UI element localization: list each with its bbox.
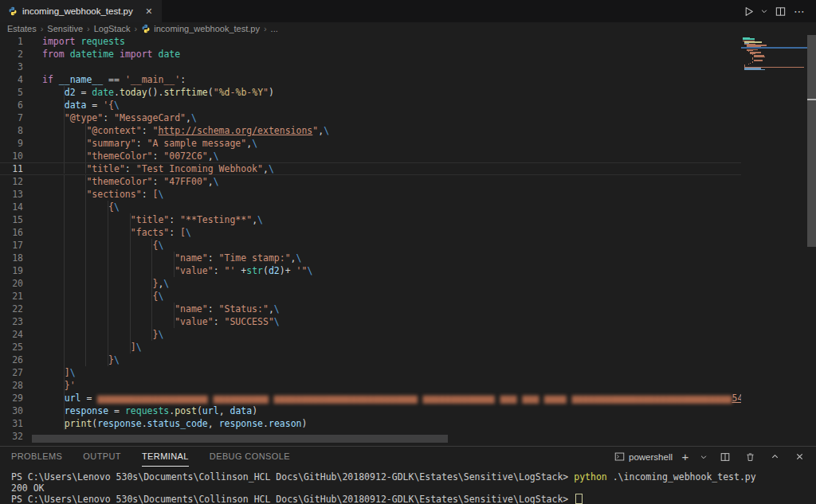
redacted-url: ▆▆▆▆▆▆▆▆▆▆▆▆▆▆▆▆▆▆▆▆ ▆▆▆▆▆▆▆▆▆▆ ▆▆▆▆▆▆▆▆… [97,393,732,404]
breadcrumb-item[interactable]: ... [271,24,278,33]
line-number[interactable]: 21 [0,290,23,303]
line-number[interactable]: 31 [0,417,23,430]
code-line[interactable]: 3 [0,61,741,73]
panel-tabs: PROBLEMSOUTPUTTERMINALDEBUG CONSOLE [11,447,311,467]
panel-tab-terminal[interactable]: TERMINAL [142,447,189,467]
code-line-text: "title": "**Testing**",\ [23,213,263,226]
code-editor[interactable]: 1import requests2from datetime import da… [0,35,741,446]
line-number[interactable]: 16 [0,226,23,239]
tab-incoming-webhook-test[interactable]: incoming_webhook_test.py ✕ [0,0,162,22]
more-actions-button[interactable]: ⋯ [790,2,808,20]
code-line[interactable]: 10 "themeColor": "0072C6",\ [0,150,741,162]
line-number[interactable]: 10 [0,150,23,162]
code-line[interactable]: 13 "sections": [\ [0,188,741,201]
code-line[interactable]: 2from datetime import date [0,48,741,61]
code-line[interactable]: 29 url = ▆▆▆▆▆▆▆▆▆▆▆▆▆▆▆▆▆▆▆▆ ▆▆▆▆▆▆▆▆▆▆… [0,392,741,404]
terminal-dropdown-chevron-icon[interactable] [698,448,709,466]
tab-close-icon[interactable]: ✕ [143,6,155,17]
code-line[interactable]: 9 "summary": "A sample message",\ [0,137,741,150]
breadcrumb-item[interactable]: Estates [7,24,37,33]
code-line[interactable]: 21 {\ [0,290,741,303]
code-line[interactable]: 23 "value": "SUCCESS"\ [0,315,741,328]
line-number[interactable]: 14 [0,201,23,213]
code-line[interactable]: 30 response = requests.post(url, data) [0,404,741,417]
code-line[interactable]: 24 }\ [0,328,741,341]
line-number[interactable]: 26 [0,354,23,366]
code-line[interactable]: 14 {\ [0,201,741,213]
code-line[interactable]: 27 ]\ [0,366,741,379]
line-number[interactable]: 22 [0,303,23,315]
code-line-text: {\ [23,290,163,303]
code-line[interactable]: 17 {\ [0,239,741,252]
code-line[interactable]: 25 ]\ [0,341,741,354]
code-line[interactable]: 19 "value": "' +str(d2)+ '"\ [0,264,741,277]
line-number[interactable]: 2 [0,48,23,61]
shell-selector[interactable]: powershell [614,451,673,462]
code-line[interactable]: 18 "name": "Time stamp:",\ [0,252,741,264]
line-number[interactable]: 30 [0,404,23,417]
line-number[interactable]: 15 [0,213,23,226]
panel-tab-problems[interactable]: PROBLEMS [11,447,62,467]
new-terminal-button[interactable]: + [680,448,691,466]
line-number[interactable]: 24 [0,328,23,341]
panel-tab-debug-console[interactable]: DEBUG CONSOLE [210,447,290,467]
line-number[interactable]: 3 [0,61,23,73]
line-number[interactable]: 32 [0,430,23,443]
code-line[interactable]: 31 print(response.status_code, response.… [0,417,741,430]
run-dropdown-chevron-icon[interactable] [759,2,770,20]
breadcrumb: Estates›Sensitive›LogStack› incoming_web… [0,22,816,35]
split-terminal-button[interactable] [716,448,734,466]
panel-tab-output[interactable]: OUTPUT [83,447,121,467]
minimap[interactable] [741,35,807,446]
code-line[interactable]: 1import requests [0,35,741,48]
line-number[interactable]: 28 [0,379,23,392]
line-number[interactable]: 6 [0,99,23,111]
code-line[interactable]: 26 }\ [0,354,741,366]
line-number[interactable]: 4 [0,73,23,86]
minimap-line [750,63,751,64]
vertical-scrollbar-thumb[interactable] [807,35,816,247]
line-number[interactable]: 5 [0,86,23,99]
run-button[interactable] [740,2,757,20]
line-number[interactable]: 23 [0,315,23,328]
split-editor-button[interactable] [771,2,789,20]
code-line[interactable]: 5 d2 = date.today().strftime("%d-%b-%Y") [0,86,741,99]
code-line[interactable]: 4if __name__ == '__main__': [0,73,741,86]
code-line[interactable]: 8 "@context": "http://schema.org/extensi… [0,124,741,137]
breadcrumb-item[interactable]: LogStack [94,24,131,33]
line-number[interactable]: 19 [0,264,23,277]
line-number[interactable]: 12 [0,175,23,188]
maximize-panel-button[interactable] [766,448,783,466]
horizontal-scrollbar[interactable] [32,435,448,443]
terminal-output[interactable]: PS C:\Users\Lenovo 530s\Documents\Collin… [11,471,816,504]
line-number[interactable]: 20 [0,277,23,290]
code-line[interactable]: 12 "themeColor": "47FF00",\ [0,175,741,188]
code-line[interactable]: 6 data = '{\ [0,99,741,111]
code-line[interactable]: 22 "name": "Status:",\ [0,303,741,315]
breadcrumb-item[interactable]: incoming_webhook_test.py [141,24,260,33]
kill-terminal-button[interactable] [741,448,759,466]
line-number[interactable]: 29 [0,392,23,404]
line-number[interactable]: 27 [0,366,23,379]
code-line[interactable]: 11 "title": "Test Incoming Webhook",\ [0,162,741,175]
minimap-line [752,61,753,62]
code-line[interactable]: 15 "title": "**Testing**",\ [0,213,741,226]
line-number[interactable]: 1 [0,35,23,48]
code-line[interactable]: 16 "facts": [\ [0,226,741,239]
line-number[interactable]: 7 [0,111,23,124]
code-line[interactable]: 7 "@type": "MessageCard",\ [0,111,741,124]
code-line[interactable]: 20 },\ [0,277,741,290]
close-panel-button[interactable] [790,448,808,466]
line-number[interactable]: 8 [0,124,23,137]
line-number[interactable]: 9 [0,137,23,150]
vertical-scrollbar[interactable] [807,35,816,446]
code-line[interactable]: 28 }' [0,379,741,392]
breadcrumb-item[interactable]: Sensitive [47,24,83,33]
line-number[interactable]: 17 [0,239,23,252]
line-number[interactable]: 13 [0,188,23,201]
line-number[interactable]: 11 [0,163,23,174]
code-line-text [23,61,42,73]
line-number[interactable]: 25 [0,341,23,354]
code-line-text: if __name__ == '__main__': [23,73,186,86]
line-number[interactable]: 18 [0,252,23,264]
